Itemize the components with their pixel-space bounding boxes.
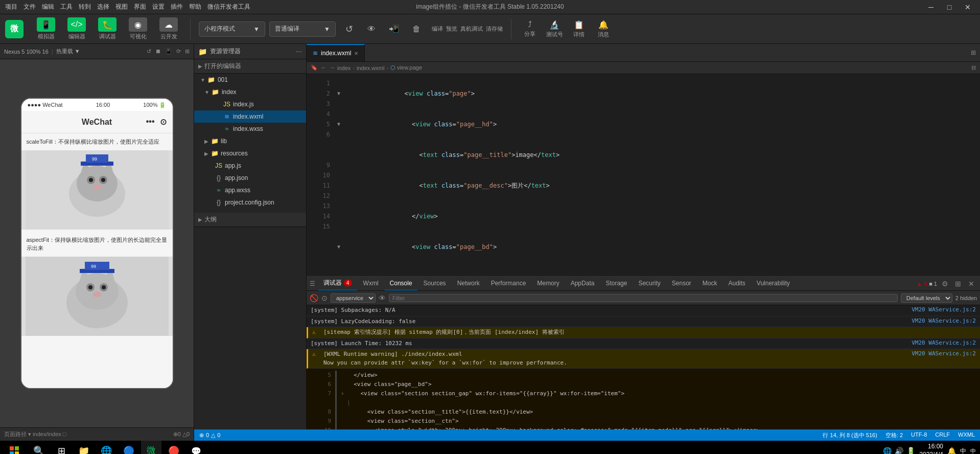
preview-small-button[interactable]: 👁 xyxy=(362,22,381,36)
file-index-wxss[interactable]: ≈ index.wxss xyxy=(194,123,306,135)
taskbar-clock[interactable]: 16:00 2022/4/4 xyxy=(919,443,943,454)
devtools-tab-audits[interactable]: Audits xyxy=(723,277,750,291)
taskbar-folder[interactable]: 📁 xyxy=(74,441,94,454)
taskbar-wechat-devtool[interactable]: 微 xyxy=(141,441,161,454)
window-controls[interactable]: ─ □ ✕ xyxy=(924,2,975,13)
test-button[interactable]: 🔬 测试号 xyxy=(544,20,565,38)
mode-dropdown[interactable]: 小程序模式 ▼ xyxy=(199,21,265,37)
menu-item-edit[interactable]: 编辑 xyxy=(42,3,54,11)
sim-icon-refresh[interactable]: ↺ xyxy=(147,48,151,55)
simulator-button[interactable]: 📱 模拟器 xyxy=(33,17,59,40)
menu-item-goto[interactable]: 转到 xyxy=(79,3,91,11)
file-index-js[interactable]: JS index.js xyxy=(194,98,306,110)
devtools-tab-appdata[interactable]: AppData xyxy=(566,277,600,291)
phone-content[interactable]: scaleToFill：不保持纵横比缩放图片，使图片完全适应 xyxy=(21,133,173,388)
sim-icon-stop[interactable]: ⏹ xyxy=(155,48,161,55)
menu-item-plugin[interactable]: 插件 xyxy=(171,3,183,11)
refresh-button[interactable]: ↺ xyxy=(340,22,358,36)
menu-item-file[interactable]: 文件 xyxy=(24,3,36,11)
nav-action-icon[interactable]: ⊙ xyxy=(160,117,167,127)
share-button[interactable]: ⤴ 分享 xyxy=(520,20,540,38)
forward-icon[interactable]: → xyxy=(330,64,335,71)
compile-dropdown[interactable]: 普通编译 ▼ xyxy=(269,21,336,37)
taskbar-browser-2[interactable]: 🔵 xyxy=(119,441,139,454)
tab-close-icon[interactable]: ✕ xyxy=(354,51,358,56)
breadcrumb-file[interactable]: index.wxml xyxy=(357,65,384,71)
devtools-tab-console[interactable]: 调试器 4 xyxy=(318,277,357,291)
devtools-tab-network[interactable]: Network xyxy=(452,277,485,291)
taskbar-notification-icon[interactable]: 🔔 xyxy=(947,447,956,454)
file-app-json[interactable]: {} app.json xyxy=(194,172,306,184)
taskbar-network-icon[interactable]: 🌐 xyxy=(883,447,892,454)
menu-item-help[interactable]: 帮助 xyxy=(189,3,201,11)
devtools-tab-performance[interactable]: Performance xyxy=(486,277,531,291)
file-app-wxss[interactable]: ≈ app.wxss xyxy=(194,184,306,196)
menu-item-wechat-devtool[interactable]: 微信开发者工具 xyxy=(207,3,250,11)
breadcrumb-index[interactable]: index xyxy=(337,65,351,71)
folder-resources[interactable]: 📁 resources xyxy=(194,147,306,160)
menubar[interactable]: 项目 文件 编辑 工具 转到 选择 视图 界面 设置 插件 帮助 微信开发者工具 xyxy=(5,3,250,11)
nav-menu-icon[interactable]: ••• xyxy=(146,117,155,127)
folder-lib[interactable]: 📁 lib xyxy=(194,135,306,147)
menu-item-project[interactable]: 项目 xyxy=(5,3,17,11)
devtools-tab-memory[interactable]: Memory xyxy=(532,277,564,291)
close-button[interactable]: ✕ xyxy=(961,2,975,13)
menu-item-select[interactable]: 选择 xyxy=(97,3,109,11)
debugger-button[interactable]: 🐛 调试器 xyxy=(94,17,121,40)
file-project-config[interactable]: {} project.config.json xyxy=(194,196,306,209)
minimize-button[interactable]: ─ xyxy=(924,2,938,13)
levels-select[interactable]: Default levels xyxy=(901,293,952,303)
visual-button[interactable]: ◉ 可视化 xyxy=(125,17,151,40)
menu-item-interface[interactable]: 界面 xyxy=(134,3,146,11)
devtools-menu-icon[interactable]: ☰ xyxy=(310,280,315,287)
bookmark-icon[interactable]: 🔖 xyxy=(311,64,318,71)
console-area[interactable]: [system] Subpackages: N/A VM20 WAService… xyxy=(307,305,980,429)
taskbar-search[interactable]: 🔍 xyxy=(29,441,49,454)
dock-icon[interactable]: ⊞ xyxy=(952,278,964,289)
context-select[interactable]: appservice xyxy=(331,293,376,303)
hot-reload-btn[interactable]: 热重载 ▼ xyxy=(56,48,80,55)
devtools-tab-sensor[interactable]: Sensor xyxy=(667,277,696,291)
console-filter-icon[interactable]: ⊙ xyxy=(321,294,328,302)
sim-icon-rotate[interactable]: ⟳ xyxy=(176,48,181,55)
devtools-tab-security[interactable]: Security xyxy=(633,277,665,291)
devtools-tab-vulnerability[interactable]: Vulnerability xyxy=(752,277,795,291)
fold-6[interactable]: ▼ xyxy=(337,242,345,252)
start-button[interactable] xyxy=(4,441,25,454)
devtools-tab-console-inner[interactable]: Console xyxy=(385,277,417,291)
taskbar-chrome[interactable]: 🔴 xyxy=(164,441,184,454)
code-area[interactable]: 1 2 3 4 5 6 9 10 11 12 13 14 1 xyxy=(307,74,980,276)
phone-button[interactable]: 📲 xyxy=(385,22,403,36)
tab-index-wxml[interactable]: ≋ index.wxml ✕ xyxy=(307,44,365,61)
taskbar-browser-1[interactable]: 🌐 xyxy=(96,441,116,454)
details-button[interactable]: 📋 详情 xyxy=(569,20,589,38)
taskbar-wechat[interactable]: 💬 xyxy=(186,441,206,454)
file-panel-more-icon[interactable]: ⋯ xyxy=(296,48,302,55)
taskbar-ime-icon[interactable]: 中 xyxy=(960,447,966,455)
maximize-button[interactable]: □ xyxy=(942,2,956,13)
menu-item-settings[interactable]: 设置 xyxy=(152,3,165,11)
filter-input[interactable] xyxy=(389,294,898,302)
outline-section[interactable]: 大纲 xyxy=(194,213,306,227)
devtools-tab-mock[interactable]: Mock xyxy=(697,277,722,291)
fold-2[interactable]: ▼ xyxy=(337,119,345,129)
folder-index[interactable]: 📁 index xyxy=(194,86,306,98)
cloud-button[interactable]: ☁ 云开发 xyxy=(155,17,182,40)
file-app-js[interactable]: JS app.js xyxy=(194,160,306,172)
clear-console-icon[interactable]: 🚫 xyxy=(310,294,318,302)
menu-item-tool[interactable]: 工具 xyxy=(60,3,73,11)
devtools-tab-storage[interactable]: Storage xyxy=(600,277,632,291)
devtools-tab-wxml[interactable]: Wxml xyxy=(358,277,384,291)
menu-item-view[interactable]: 视图 xyxy=(115,3,128,11)
fold-1[interactable]: ▼ xyxy=(337,88,345,99)
taskbar-widgets[interactable]: ⊞ xyxy=(51,441,72,454)
back-icon[interactable]: ← xyxy=(321,64,326,71)
editor-button[interactable]: </> 编辑器 xyxy=(63,17,90,40)
split-editor-icon[interactable]: ⊞ xyxy=(971,49,976,56)
status-errors[interactable]: ⊕ 0 △ 0 xyxy=(199,432,220,439)
breadcrumb-symbol[interactable]: ⬡ view.page xyxy=(390,64,422,71)
sim-icon-phone[interactable]: 📱 xyxy=(165,48,172,55)
clear-btn[interactable]: 🗑 xyxy=(407,22,426,36)
settings-icon[interactable]: ⚙ xyxy=(939,278,950,289)
sim-icon-expand[interactable]: ⊞ xyxy=(185,48,190,55)
